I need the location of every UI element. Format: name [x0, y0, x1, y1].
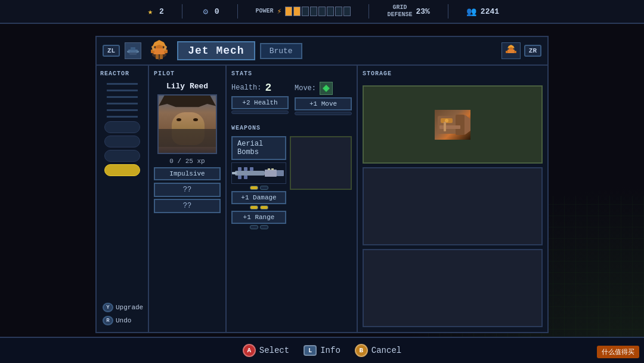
select-action[interactable]: A Select [243, 344, 289, 357]
storage-slot-1[interactable] [363, 85, 543, 164]
population-value: 2241 [481, 7, 499, 16]
svg-rect-25 [238, 167, 242, 171]
rpip-1 [250, 225, 258, 229]
pilot-portrait [157, 94, 217, 154]
btn-zl[interactable]: ZL [103, 45, 120, 57]
undo-action[interactable]: R Undo [100, 314, 144, 327]
pilot-unknown-2[interactable]: ?? [154, 199, 221, 213]
reactor-label: REACTOR [100, 70, 129, 77]
svg-rect-1 [131, 47, 135, 50]
svg-rect-7 [153, 48, 165, 54]
mech-icon-large [146, 38, 172, 64]
svg-rect-16 [507, 50, 515, 53]
reactor-slot-active [104, 164, 140, 176]
actions-value: 0 [215, 7, 219, 16]
weapons-label: WEAPONS [231, 125, 261, 131]
power-cell-3 [302, 7, 309, 16]
svg-rect-17 [506, 51, 508, 53]
health-upgrade-btn[interactable]: +2 Health [231, 96, 289, 109]
hud-population: 👥 2241 [466, 6, 499, 17]
power-cell-1 [285, 7, 292, 16]
svg-rect-30 [232, 172, 237, 174]
reactor-slot-1 [104, 121, 140, 133]
actions-icon: ⚙ [200, 6, 211, 17]
undo-label: Undo [116, 317, 131, 324]
cancel-label: Cancel [371, 346, 401, 355]
reactor-line-1 [107, 83, 138, 85]
power-bar [285, 7, 351, 16]
power-cell-8 [343, 7, 351, 16]
damage-pips [231, 205, 286, 210]
weapon-pips [231, 186, 286, 190]
hud-actions: ⚙ 0 [200, 6, 219, 17]
pip-2 [260, 186, 268, 190]
health-bar [231, 110, 289, 114]
l-button-label: L [308, 347, 312, 354]
move-label: Move: [295, 84, 316, 93]
storage-panel: STORAGE [358, 66, 547, 332]
health-label: Health: [231, 84, 261, 92]
weapons-label-row: WEAPONS [231, 125, 352, 136]
reactor-slots [100, 82, 144, 299]
svg-point-21 [325, 87, 327, 90]
storage-slot-3[interactable] [363, 249, 543, 327]
b-button: B [355, 344, 368, 357]
nav-right: ZR [501, 42, 541, 59]
y-button: Y [103, 303, 113, 312]
svg-rect-3 [137, 51, 139, 53]
hud-grid-defense: GRIDDEFENSE 23% [387, 4, 429, 19]
health-stat: Health: 2 +2 Health [231, 82, 289, 120]
pilot-collar [159, 129, 216, 147]
svg-rect-27 [250, 167, 253, 171]
reactor-line-4 [107, 103, 138, 104]
reactor-actions: Y Upgrade R Undo [100, 301, 144, 327]
aerial-bombs-slot[interactable]: Aerial Bombs [231, 136, 286, 230]
bottom-bar: A Select L Info B Cancel [0, 337, 644, 363]
svg-rect-32 [271, 168, 274, 170]
hud-power: POWER ⚡ [256, 7, 351, 16]
move-upgrade-btn[interactable]: +1 Move [295, 97, 352, 110]
reactor-line-3 [107, 96, 138, 98]
pilot-label: PILOT [154, 70, 175, 77]
weapons-section: WEAPONS Aerial Bombs [231, 125, 352, 230]
pilot-panel: PILOT Lily Reed 0 / 25 xp Impulsive ?? ?… [149, 66, 227, 332]
pilot-eye-left [177, 118, 181, 121]
svg-rect-28 [238, 176, 242, 179]
svg-rect-24 [277, 170, 284, 176]
power-cell-2 [293, 7, 301, 16]
panel-header: ZL Jet Mech [97, 37, 547, 66]
pilot-unknown-1[interactable]: ?? [154, 183, 221, 197]
stats-panel: STATS Health: 2 +2 Health Move: [227, 66, 358, 332]
move-stat-item: Move: [295, 82, 352, 95]
star-icon: ★ [145, 6, 156, 17]
hud-divider-1 [182, 4, 182, 19]
svg-rect-2 [127, 51, 129, 53]
upgrade-action[interactable]: Y Upgrade [100, 301, 144, 314]
info-action[interactable]: L Info [304, 345, 340, 356]
people-icon: 👥 [466, 6, 477, 17]
pilot-trait-btn[interactable]: Impulsive [154, 167, 221, 180]
stats-label: STATS [231, 70, 352, 77]
btn-zr[interactable]: ZR [524, 45, 541, 57]
health-value: 2 [265, 82, 271, 94]
hud-divider-2 [237, 4, 238, 19]
b-button-label: B [359, 347, 363, 354]
cancel-action[interactable]: B Cancel [355, 344, 401, 357]
upgrade-label: Upgrade [116, 304, 143, 311]
weapon-empty-slot[interactable] [290, 136, 352, 190]
nav-mech-icon[interactable] [501, 42, 521, 59]
weapon-name: Aerial Bombs [231, 136, 286, 160]
svg-rect-18 [514, 51, 516, 53]
storage-slot-2[interactable] [363, 167, 543, 245]
weapon-image [231, 162, 286, 184]
svg-rect-38 [439, 125, 460, 129]
pilot-name: Lily Reed [166, 82, 208, 91]
power-cell-4 [310, 7, 317, 16]
range-pips [231, 225, 286, 229]
pilot-xp: 0 / 25 xp [169, 158, 205, 165]
reactor-line-2 [107, 90, 138, 91]
power-cell-7 [335, 7, 342, 16]
damage-upgrade-btn[interactable]: +1 Damage [231, 191, 286, 204]
range-upgrade-btn[interactable]: +1 Range [231, 211, 286, 224]
svg-rect-26 [244, 167, 247, 171]
